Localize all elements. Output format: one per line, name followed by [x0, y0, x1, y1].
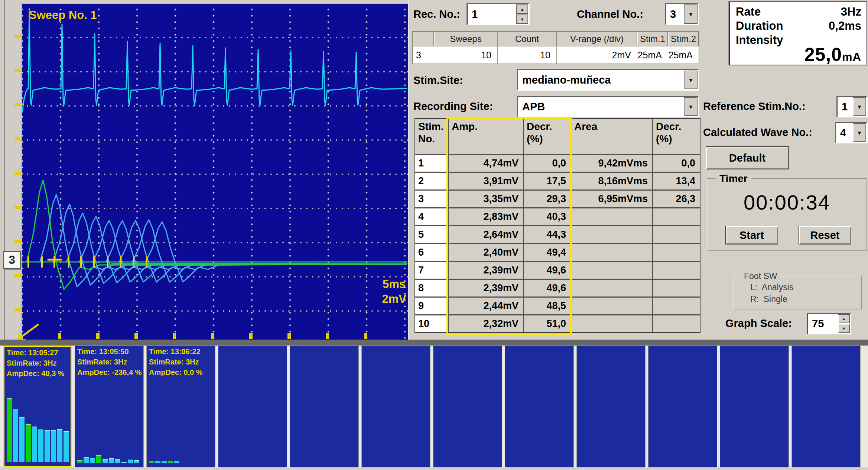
results-row-number: 6 — [415, 244, 448, 261]
results-cell — [571, 280, 652, 296]
rec-no-spin-up-icon[interactable]: ▲ — [516, 4, 528, 14]
calculated-wave-dropdown[interactable]: 4 ▼ — [835, 122, 868, 143]
results-header-amp: Amp. — [449, 119, 523, 154]
rec-no-spin-down-icon[interactable]: ▼ — [516, 14, 528, 24]
graph-scale-spinner[interactable]: 75 ▲ ▼ — [807, 313, 851, 334]
results-header-area-decr: Decr.(%) — [653, 119, 700, 154]
history-histogram — [77, 455, 139, 463]
intensity-unit: mA — [842, 51, 861, 64]
sweeps-table[interactable]: Sweeps Count V-range (/div) Stim.1 Stim.… — [412, 31, 699, 64]
results-row-number: 7 — [415, 262, 448, 279]
stim-site-dropdown-arrow-icon[interactable]: ▼ — [684, 71, 698, 89]
history-panel-text: Time: 13:05:50 — [75, 346, 143, 356]
history-panel-6[interactable] — [361, 346, 430, 467]
results-cell: 44,3 — [524, 226, 570, 243]
history-histogram — [149, 461, 179, 463]
results-cell: 4,74mV — [449, 155, 523, 172]
results-cell — [653, 244, 700, 261]
scope-division-tick — [14, 35, 22, 38]
histogram-bar — [155, 461, 160, 463]
timer-display: 00:00:34 — [707, 190, 867, 214]
histogram-bar — [77, 460, 82, 463]
histogram-bar — [26, 424, 31, 462]
results-cell: 8,16mVms — [571, 173, 652, 189]
reference-stim-dropdown-arrow-icon[interactable]: ▼ — [853, 97, 866, 116]
rec-no-value: 1 — [472, 8, 478, 20]
stim-site-label: Stim.Site: — [413, 74, 463, 87]
history-panel-5[interactable] — [290, 346, 359, 467]
results-cell: 2,44mV — [449, 298, 523, 314]
scope-time-tick — [287, 333, 291, 339]
histogram-bar — [149, 461, 154, 463]
results-cell: 0,0 — [524, 155, 570, 172]
reference-stim-dropdown[interactable]: 1 ▼ — [836, 96, 868, 117]
history-panel-8[interactable] — [505, 346, 574, 467]
intensity-label: Intensity — [736, 33, 783, 47]
results-cell: 17,5 — [524, 173, 570, 189]
results-row-number: 3 — [415, 191, 448, 207]
foot-sw-group: Foot SW — [733, 276, 862, 310]
results-cell — [653, 280, 700, 296]
history-panel-text: StimRate: 3Hz — [4, 357, 71, 368]
history-panel-10[interactable] — [648, 346, 717, 467]
scope-division-tick — [14, 308, 22, 311]
scope-time-tick — [96, 333, 100, 339]
history-strip: Time: 13:05:27StimRate: 3HzAmpDec: 40,3 … — [0, 346, 868, 467]
results-cell: 2,83mV — [449, 208, 523, 225]
history-panel-1[interactable]: Time: 13:05:27StimRate: 3HzAmpDec: 40,3 … — [3, 346, 72, 467]
scope-time-tick — [326, 333, 329, 339]
timer-reset-button[interactable]: Reset — [799, 226, 851, 244]
waveform-display[interactable]: Sweep No. 1 5ms 2mV — [21, 3, 408, 340]
results-cell: 49,4 — [524, 244, 570, 261]
history-panel-9[interactable] — [576, 346, 646, 467]
history-panel-text: Time: 13:06:22 — [147, 346, 215, 356]
history-panel-11[interactable] — [720, 346, 789, 467]
history-panel-3[interactable]: Time: 13:06:22StimRate: 3HzAmpDec: 0,0 % — [146, 346, 215, 467]
channel-no-dropdown[interactable]: 3 ▼ — [665, 3, 699, 25]
histogram-bar — [96, 455, 101, 463]
results-header-decr: Decr.(%) — [524, 119, 570, 154]
rec-no-spinner[interactable]: 1 ▲ ▼ — [466, 3, 530, 25]
results-cell — [653, 262, 700, 279]
history-histogram — [7, 398, 69, 462]
rec-no-label: Rec. No.: — [413, 8, 460, 20]
results-cell — [571, 298, 652, 314]
graph-scale-value: 75 — [812, 318, 824, 330]
timer-start-button[interactable]: Start — [725, 226, 778, 244]
stim-site-dropdown[interactable]: mediano-muñeca ▼ — [517, 69, 699, 91]
history-panel-12[interactable] — [791, 346, 861, 467]
stimulus-info-box: Rate 3Hz Duration 0,2ms Intensity 25,0mA — [729, 1, 867, 65]
graph-scale-spin-down-icon[interactable]: ▼ — [838, 324, 850, 333]
scope-division-tick — [14, 240, 22, 243]
results-cell — [571, 244, 652, 261]
results-cell — [653, 298, 700, 314]
results-cell: 40,3 — [524, 208, 570, 225]
default-button[interactable]: Default — [706, 146, 789, 169]
history-panel-7[interactable] — [433, 346, 502, 467]
results-table[interactable]: Stim.No. Amp. Decr.(%) Area Decr.(%) 14,… — [415, 118, 700, 333]
results-cell: 3,91mV — [449, 173, 523, 189]
calculated-wave-dropdown-arrow-icon[interactable]: ▼ — [853, 123, 866, 142]
duration-value: 0,2ms — [829, 19, 861, 33]
histogram-bar — [121, 462, 127, 463]
sweeps-header-count: Count — [498, 32, 556, 46]
duration-label: Duration — [736, 19, 783, 33]
histogram-bar — [38, 430, 43, 462]
results-cell: 13,4 — [653, 173, 700, 189]
histogram-bar — [168, 461, 173, 463]
history-panel-2[interactable]: Time: 13:05:50StimRate: 3HzAmpDec: -236,… — [75, 346, 144, 467]
results-header-area: Area — [571, 119, 652, 154]
results-cell — [571, 315, 652, 332]
channel-no-dropdown-arrow-icon[interactable]: ▼ — [684, 4, 698, 24]
graph-scale-label: Graph Scale: — [725, 317, 792, 330]
recording-site-dropdown[interactable]: APB ▼ — [517, 96, 699, 117]
graph-scale-spin-up-icon[interactable]: ▲ — [838, 314, 850, 323]
history-panel-4[interactable] — [218, 346, 287, 467]
history-panel-text: AmpDec: -236,4 % — [75, 367, 143, 377]
results-cell — [653, 208, 700, 225]
recording-site-dropdown-arrow-icon[interactable]: ▼ — [684, 97, 698, 116]
strip-divider — [0, 340, 868, 346]
scope-time-tick — [364, 333, 367, 339]
scope-division-tick — [14, 172, 22, 175]
sweep-number-label: Sweep No. 1 — [29, 9, 97, 22]
